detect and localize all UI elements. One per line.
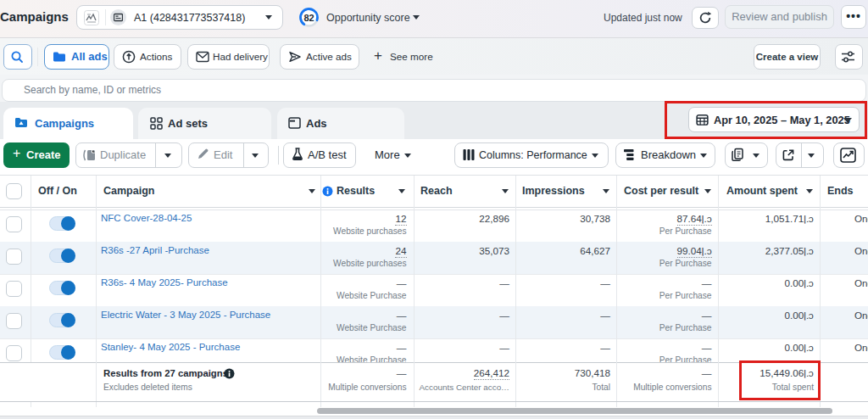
svg-text:82: 82	[303, 13, 314, 23]
